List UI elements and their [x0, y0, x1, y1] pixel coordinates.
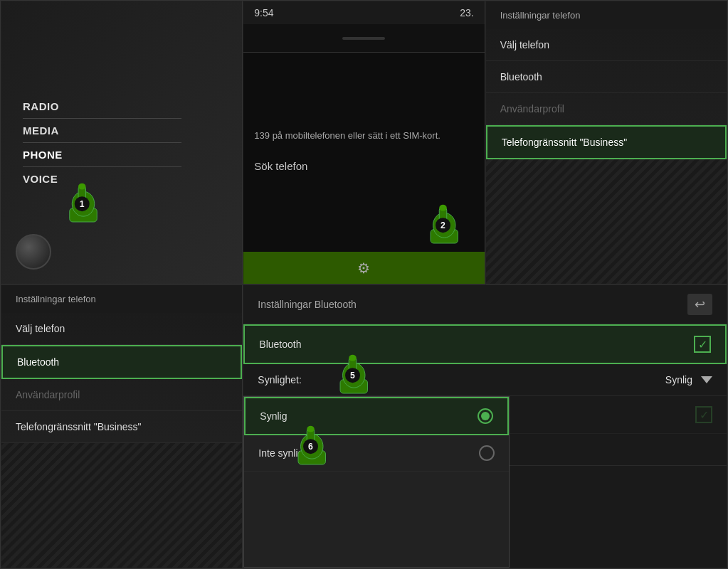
bottom-left-item-3[interactable]: Telefongränssnitt "Business" [1, 411, 242, 443]
hand-cursor-2: 2 [421, 198, 470, 248]
bottom-left-header: Inställningar telefon [1, 285, 242, 313]
gear-icon[interactable]: ⚙ [357, 260, 370, 277]
menu-voice[interactable]: VOICE [23, 169, 221, 189]
top-right-header: Inställningar telefon [486, 1, 727, 29]
bottom-left-item-1[interactable]: Bluetooth [1, 345, 242, 379]
svg-text:6: 6 [308, 442, 313, 452]
phone-instruction-text: 139 på mobiltelefonen eller sätt i ett S… [254, 129, 473, 143]
synlighet-label: Synlighet: [258, 374, 301, 385]
bottom-left-item-2: Användarprofil [1, 379, 242, 411]
hand-cursor-6: 6 [288, 420, 338, 469]
svg-point-15 [349, 355, 357, 361]
menu-phone[interactable]: PHONE [23, 144, 221, 165]
time-display: 9:54 [254, 7, 273, 18]
bluetooth-title: Inställningar Bluetooth [258, 299, 357, 310]
bluetooth-row-label: Bluetooth [259, 339, 301, 350]
top-right-panel: Inställningar telefon Välj telefon Bluet… [485, 1, 727, 284]
synlighet-row[interactable]: Synlighet: Synlig [243, 364, 727, 396]
bluetooth-checkbox[interactable]: ✓ [694, 336, 711, 353]
option-inte-synlig[interactable]: Inte synlig [244, 435, 508, 472]
back-button[interactable]: ↩ [687, 294, 712, 315]
svg-point-21 [307, 426, 315, 432]
dropdown-area: Bluetooth ✓ Synlighet: Synlig [243, 396, 727, 568]
bottom-right-panel: Inställningar Bluetooth ↩ Bluetooth ✓ 5 [243, 284, 727, 568]
svg-text:1: 1 [80, 199, 85, 209]
menu-radio[interactable]: RADIO [23, 96, 221, 117]
option-synlig-label: Synlig [260, 410, 287, 422]
divider-3 [23, 166, 181, 167]
volume-knob[interactable] [16, 234, 51, 270]
hand-cursor-1: 1 [58, 177, 108, 227]
bt-dimmed-checkbox: ✓ [695, 406, 712, 423]
bluetooth-content: Bluetooth ✓ 5 Synlighet: [243, 324, 727, 568]
option-synlig[interactable]: Synlig 6 [244, 397, 508, 435]
svg-text:2: 2 [441, 220, 445, 230]
divider-2 [23, 142, 181, 143]
time-bar: 9:54 23. [243, 1, 484, 24]
top-middle-panel: 9:54 23. 139 på mobiltelefonen eller sät… [243, 1, 485, 284]
bluetooth-toggle-row[interactable]: Bluetooth ✓ 5 [243, 324, 727, 364]
search-phone-button[interactable]: Sök telefon [254, 156, 473, 176]
bluetooth-settings-header: Inställningar Bluetooth ↩ [243, 285, 727, 324]
menu-media[interactable]: MEDIA [23, 120, 221, 141]
top-right-item-3[interactable]: Telefongränssnitt "Business" [486, 125, 727, 159]
dropdown-arrow[interactable] [701, 376, 712, 383]
svg-point-3 [78, 184, 86, 190]
battery-display: 23. [460, 7, 473, 18]
hand-cursor-5: 5 [330, 349, 380, 398]
svg-text:5: 5 [350, 371, 355, 381]
synlighet-dropdown: Synlig 6 [243, 396, 509, 568]
divider-1 [23, 118, 181, 119]
radio-synlig [478, 408, 493, 424]
radio-inte-synlig [479, 445, 495, 461]
bottom-bar: ⚙ [243, 252, 484, 284]
top-right-item-0[interactable]: Välj telefon [486, 29, 727, 61]
top-left-panel: RADIO MEDIA PHONE VOICE 1 [1, 1, 243, 284]
top-right-item-1[interactable]: Bluetooth [486, 61, 727, 93]
bottom-left-panel: Inställningar telefon Välj telefon Bluet… [1, 284, 243, 568]
svg-point-9 [439, 205, 447, 211]
top-right-item-2: Användarprofil [486, 93, 727, 125]
bottom-left-item-0[interactable]: Välj telefon [1, 313, 242, 345]
synlighet-value: Synlig [665, 374, 692, 385]
